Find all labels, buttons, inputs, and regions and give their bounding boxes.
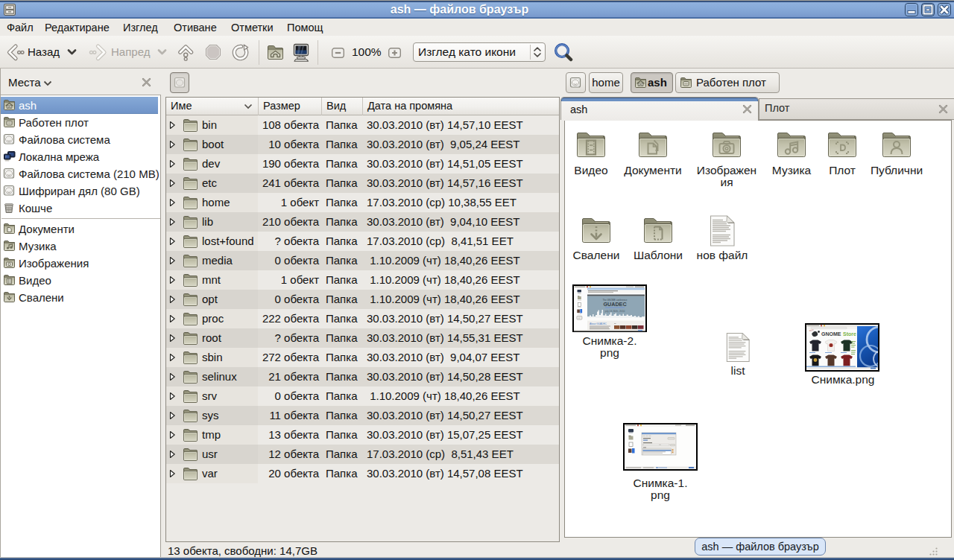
svg-text:Store: Store	[843, 331, 856, 337]
svg-text:july 24-30th, 2010: july 24-30th, 2010	[604, 310, 625, 313]
svg-text:GUADEC: GUADEC	[603, 301, 626, 308]
svg-text:About GUADEC: About GUADEC	[590, 322, 607, 325]
svg-text:GNOME: GNOME	[821, 331, 841, 337]
